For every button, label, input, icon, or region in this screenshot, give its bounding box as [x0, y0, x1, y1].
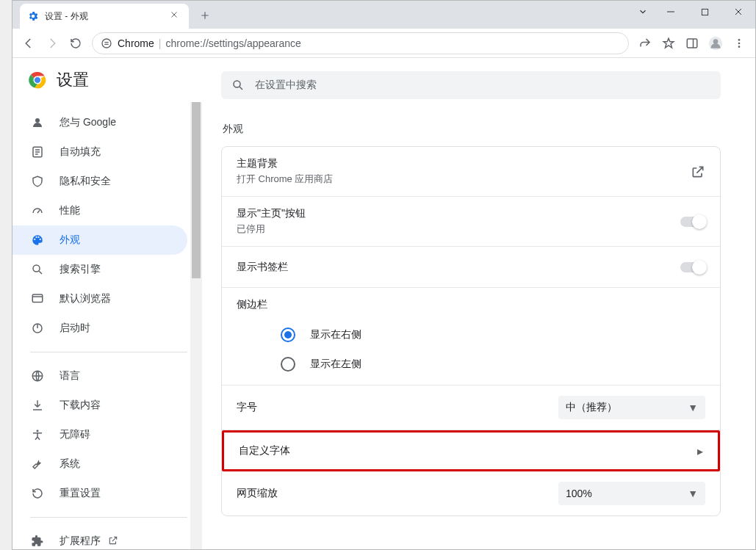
svg-rect-14 — [32, 294, 43, 303]
sidebar-item-label: 启动时 — [60, 322, 90, 335]
row-page-zoom: 网页缩放 100% ▼ — [222, 471, 720, 515]
sidebar-item-extensions[interactable]: 扩展程序 — [12, 527, 187, 550]
radio-label: 显示在左侧 — [310, 358, 361, 371]
dropdown-font-size[interactable]: 中（推荐） ▼ — [558, 396, 705, 419]
sidebar-item-label: 系统 — [60, 457, 80, 471]
reload-button[interactable] — [64, 32, 87, 55]
row-custom-fonts[interactable]: 自定义字体 ▸ — [222, 430, 720, 471]
tab-strip: 设置 - 外观 — [12, 1, 755, 29]
search-icon — [30, 262, 45, 277]
caret-down-icon: ▼ — [688, 402, 698, 413]
toggle-home-button[interactable] — [680, 217, 705, 227]
chevron-right-icon: ▸ — [697, 444, 703, 458]
sidebar-item-label: 语言 — [60, 369, 80, 383]
sidebar-item-label: 自动填充 — [60, 145, 101, 159]
svg-point-13 — [33, 265, 40, 272]
sidebar-divider — [30, 352, 187, 352]
tab-title: 设置 - 外观 — [45, 10, 170, 23]
globe-icon — [30, 369, 45, 383]
menu-button[interactable] — [727, 32, 751, 55]
sidebar-item-you-and-google[interactable]: 您与 Google — [12, 108, 187, 137]
svg-point-18 — [234, 81, 240, 87]
sidebar-item-label: 性能 — [60, 204, 80, 217]
shield-icon — [30, 174, 45, 189]
wrench-icon — [30, 457, 45, 471]
radio-label: 显示在右侧 — [310, 328, 361, 341]
sidebar-item-label: 搜索引擎 — [60, 263, 101, 276]
bookmark-button[interactable] — [657, 32, 680, 55]
browser-toolbar: Chrome | chrome://settings/appearance — [12, 29, 755, 58]
sidebar-item-performance[interactable]: 性能 — [12, 196, 187, 225]
tab-dropdown-button[interactable] — [632, 1, 654, 23]
sidebar-item-default-browser[interactable]: 默认浏览器 — [12, 284, 187, 314]
sidebar-item-autofill[interactable]: 自动填充 — [12, 137, 187, 167]
svg-point-6 — [738, 42, 741, 44]
sidebar-item-downloads[interactable]: 下载内容 — [12, 391, 187, 420]
sidebar-scrollbar[interactable] — [190, 102, 202, 549]
maximize-button[interactable] — [688, 1, 721, 23]
sidebar-item-label: 您与 Google — [60, 116, 116, 129]
profile-button[interactable] — [704, 32, 727, 55]
sidebar-item-label: 隐私和安全 — [60, 175, 111, 188]
forward-button[interactable] — [40, 32, 64, 55]
sidebar-item-label: 无障碍 — [60, 428, 90, 441]
sidebar-item-label: 默认浏览器 — [60, 292, 111, 305]
row-title: 网页缩放 — [237, 487, 558, 500]
radio-icon — [281, 328, 295, 342]
browser-tab[interactable]: 设置 - 外观 — [20, 4, 189, 29]
gear-icon — [27, 10, 39, 22]
row-title: 字号 — [237, 401, 558, 414]
row-subtitle: 打开 Chrome 应用商店 — [237, 173, 691, 186]
speedometer-icon — [30, 203, 45, 218]
dropdown-page-zoom[interactable]: 100% ▼ — [558, 482, 705, 505]
sidebar-item-privacy[interactable]: 隐私和安全 — [12, 167, 187, 196]
sidebar-item-label: 扩展程序 — [60, 535, 101, 548]
sidebar-item-search-engine[interactable]: 搜索引擎 — [12, 255, 187, 284]
address-bar[interactable]: Chrome | chrome://settings/appearance — [92, 32, 629, 54]
svg-rect-2 — [687, 39, 697, 48]
sidebar-item-system[interactable]: 系统 — [12, 449, 187, 479]
radio-icon — [281, 357, 295, 372]
radio-sidebar-left[interactable]: 显示在左侧 — [281, 350, 691, 379]
download-icon — [30, 398, 45, 413]
sidebar-item-on-startup[interactable]: 启动时 — [12, 314, 187, 343]
search-placeholder: 在设置中搜索 — [255, 79, 317, 92]
close-window-button[interactable] — [721, 1, 755, 23]
close-icon[interactable] — [170, 10, 181, 22]
row-theme[interactable]: 主题背景 打开 Chrome 应用商店 — [222, 147, 720, 197]
sidebar-item-appearance[interactable]: 外观 — [12, 225, 187, 255]
dropdown-value: 100% — [566, 488, 592, 499]
row-bookmarks-bar: 显示书签栏 — [222, 247, 720, 288]
sidebar-item-accessibility[interactable]: 无障碍 — [12, 420, 187, 449]
svg-point-1 — [102, 39, 111, 48]
new-tab-button[interactable] — [195, 5, 215, 26]
browser-icon — [30, 292, 45, 306]
puzzle-icon — [30, 534, 45, 549]
accessibility-icon — [30, 427, 45, 442]
search-icon — [231, 79, 245, 92]
row-font-size: 字号 中（推荐） ▼ — [222, 386, 720, 430]
back-button[interactable] — [17, 32, 40, 55]
row-sidebar-position: 侧边栏 显示在右侧 显示在左侧 — [222, 288, 720, 386]
settings-sidebar: 您与 Google 自动填充 隐私和安全 性能 外观 — [12, 108, 202, 550]
svg-point-5 — [738, 39, 741, 41]
toggle-bookmarks-bar[interactable] — [680, 262, 705, 272]
row-title: 显示书签栏 — [237, 261, 680, 274]
minimize-button[interactable] — [654, 1, 688, 23]
share-button[interactable] — [633, 32, 657, 55]
sidebar-divider — [30, 517, 187, 518]
caret-down-icon: ▼ — [688, 488, 698, 499]
sidebar-item-languages[interactable]: 语言 — [12, 361, 187, 391]
address-path: chrome://settings/appearance — [165, 37, 300, 49]
settings-header: 设置 — [12, 58, 202, 102]
dropdown-value: 中（推荐） — [566, 401, 617, 414]
side-panel-button[interactable] — [680, 32, 704, 55]
chrome-logo-icon — [29, 71, 46, 89]
sidebar-item-reset[interactable]: 重置设置 — [12, 479, 187, 508]
radio-sidebar-right[interactable]: 显示在右侧 — [281, 320, 691, 350]
scrollbar-thumb[interactable] — [192, 102, 201, 278]
palette-icon — [30, 233, 45, 247]
site-info-icon[interactable] — [100, 37, 113, 50]
settings-search-input[interactable]: 在设置中搜索 — [221, 71, 721, 99]
sidebar-item-label: 下载内容 — [60, 399, 101, 412]
